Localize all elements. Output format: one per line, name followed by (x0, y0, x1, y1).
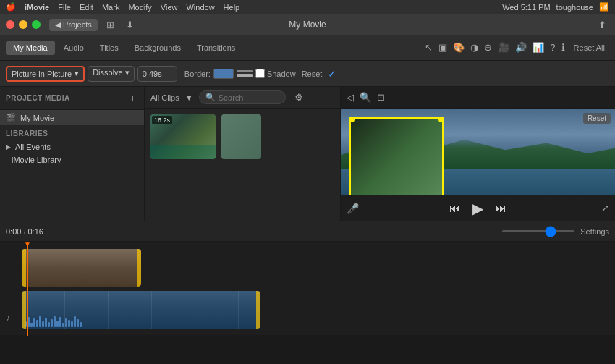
fit-icon[interactable]: ⊡ (377, 92, 385, 103)
reset-button[interactable]: Reset (299, 68, 326, 80)
menubar-apple[interactable]: 🍎 (6, 2, 16, 12)
playhead[interactable] (27, 242, 28, 336)
playback-controls: 🎤 ⏮ ▶ ⏭ ⤢ (341, 195, 615, 221)
clips-header: All Clips ▼ 🔍 ⚙ (145, 87, 340, 109)
fullscreen-icon[interactable]: ⤢ (601, 203, 609, 213)
shadow-checkbox-label[interactable]: Shadow (255, 69, 296, 78)
menubar-mark[interactable]: Mark (102, 3, 119, 12)
clip2-left-handle[interactable] (22, 291, 26, 329)
play-button[interactable]: ▶ (472, 200, 483, 217)
share-icon[interactable]: ⬆ (595, 18, 609, 32)
tab-my-media[interactable]: My Media (6, 41, 55, 55)
pip-window[interactable] (349, 117, 444, 195)
pip-mode-label: Picture in Picture (12, 69, 72, 78)
import-icon[interactable]: ⚙ (292, 90, 306, 104)
maximize-button[interactable] (32, 20, 41, 29)
zoom-in-icon[interactable]: 🔍 (360, 92, 371, 103)
color-icon[interactable]: 🎨 (451, 41, 466, 54)
menubar-file[interactable]: File (58, 3, 71, 12)
window-controls (6, 20, 41, 29)
forward-button[interactable]: ⏭ (495, 202, 506, 215)
audio-adj-icon[interactable]: 🔊 (514, 41, 528, 54)
time-separator: / (23, 227, 25, 236)
music-note-icon: ♪ (6, 313, 10, 323)
mic-icon[interactable]: 🎤 (347, 203, 359, 214)
thick-border-option[interactable] (237, 74, 253, 77)
imovie-library-item[interactable]: iMovie Library (0, 153, 144, 166)
close-button[interactable] (6, 20, 14, 29)
clip2-right-handle[interactable] (256, 291, 260, 329)
toggle-view-icon[interactable]: ⊞ (103, 18, 117, 32)
menubar-window[interactable]: Window (186, 3, 214, 12)
add-media-icon[interactable]: + (127, 91, 138, 105)
zoom-slider[interactable] (502, 230, 574, 232)
rewind-button[interactable]: ⏮ (449, 202, 461, 215)
shadow-checkbox[interactable] (255, 69, 265, 78)
preview-area: Reset (341, 109, 615, 195)
menubar: 🍎 iMovie File Edit Mark Modify View Wind… (0, 0, 615, 14)
film-icon: 🎬 (6, 113, 16, 122)
border-label: Border: (184, 69, 211, 78)
all-clips-label: All Clips (150, 93, 179, 102)
pip-mode-select[interactable]: Picture in Picture ▾ (6, 66, 85, 82)
stabilize-icon[interactable]: ⊕ (483, 41, 493, 54)
dissolve-select[interactable]: Dissolve ▾ (88, 66, 135, 82)
menubar-imovie[interactable]: iMovie (25, 3, 49, 12)
current-time: 0:00 (6, 227, 21, 236)
minimize-button[interactable] (19, 20, 27, 29)
preview-toolbar: ◁ 🔍 ⊡ (341, 87, 615, 109)
search-box: 🔍 (199, 90, 286, 104)
preview-reset-button[interactable]: Reset (583, 113, 611, 124)
duration-input[interactable] (137, 66, 177, 82)
thin-border-option[interactable] (237, 70, 253, 72)
filter-icon[interactable]: ◑ (469, 41, 480, 54)
menubar-wifi-icon: 📶 (599, 2, 609, 12)
question-icon[interactable]: ? (548, 41, 556, 54)
crop-icon[interactable]: ▣ (437, 41, 449, 54)
info-icon[interactable]: ℹ (560, 41, 567, 54)
chart-icon[interactable]: 📊 (531, 41, 546, 54)
pip-handle-tr[interactable] (438, 117, 444, 122)
tab-transitions[interactable]: Transitions (190, 41, 242, 55)
clip-item-2[interactable] (221, 114, 261, 159)
window-title: My Movie (289, 20, 326, 30)
imovie-library-label: iMovie Library (12, 156, 61, 164)
clip-item-1[interactable]: 16:2s (150, 114, 216, 159)
video-icon[interactable]: 🎥 (496, 41, 511, 54)
my-movie-item[interactable]: 🎬 My Movie (0, 110, 144, 125)
clip1-left-handle[interactable] (22, 249, 26, 287)
search-icon: 🔍 (205, 93, 216, 102)
border-width-options[interactable] (237, 70, 253, 77)
pip-toolbar: Picture in Picture ▾ Dissolve ▾ Border: … (0, 61, 615, 87)
menubar-edit[interactable]: Edit (80, 3, 93, 12)
prev-frame-icon[interactable]: ◁ (347, 92, 354, 103)
clips-area: All Clips ▼ 🔍 ⚙ 16:2s (145, 87, 340, 221)
menubar-time: Wed 5:11 PM (502, 3, 550, 12)
tab-backgrounds[interactable]: Backgrounds (127, 41, 188, 55)
menubar-view[interactable]: View (161, 3, 178, 12)
timeline-content: ♪ (0, 242, 615, 336)
project-media-header: PROJECT MEDIA + (0, 87, 144, 110)
clip1-right-handle[interactable] (137, 249, 141, 287)
filter-clips-icon[interactable]: ▼ (185, 93, 193, 102)
tab-titles[interactable]: Titles (93, 41, 126, 55)
dissolve-label: Dissolve (93, 68, 123, 77)
settings-button[interactable]: Settings (580, 227, 609, 236)
all-events-item[interactable]: ▶ All Events (0, 140, 144, 153)
menubar-help[interactable]: Help (224, 3, 240, 12)
total-time: 0:16 (27, 227, 43, 236)
reset-all-button[interactable]: Reset All (569, 42, 609, 54)
timeline-clip-2[interactable] (22, 291, 260, 329)
timeline-clip-1[interactable] (22, 249, 141, 287)
main-content: PROJECT MEDIA + 🎬 My Movie LIBRARIES ▶ A… (0, 87, 615, 221)
search-input[interactable] (219, 93, 269, 102)
tab-audio[interactable]: Audio (56, 41, 91, 55)
my-movie-label: My Movie (20, 114, 54, 122)
cursor-icon[interactable]: ↖ (423, 41, 434, 54)
confirm-checkmark-icon[interactable]: ✓ (328, 68, 336, 80)
menubar-modify[interactable]: Modify (128, 3, 151, 12)
download-icon[interactable]: ⬇ (123, 18, 137, 32)
all-events-label: All Events (15, 143, 51, 151)
projects-button[interactable]: ◀ Projects (49, 19, 98, 31)
border-color-button[interactable] (213, 69, 234, 79)
